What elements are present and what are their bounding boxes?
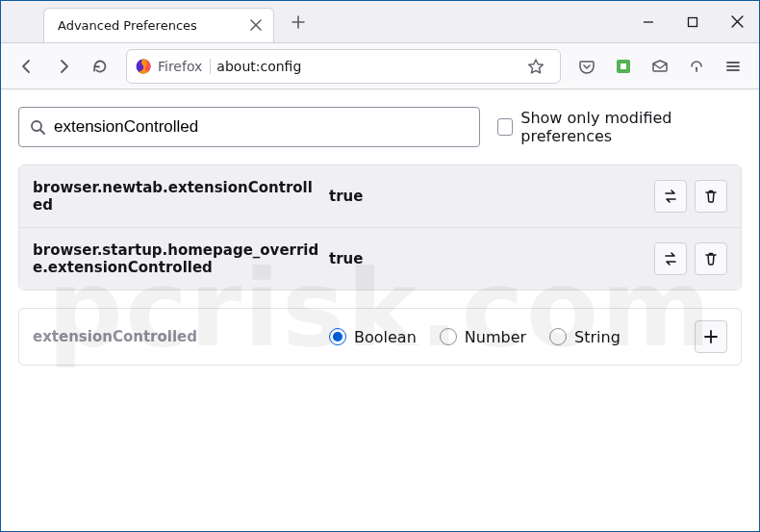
browser-tab[interactable]: Advanced Preferences [43,8,274,42]
address-bar[interactable]: Firefox about:config [126,49,561,84]
new-pref-name: extensionControlled [33,328,321,345]
new-pref-row: extensionControlled Boolean Number Strin… [18,308,742,366]
forward-button[interactable] [47,50,80,83]
svg-rect-0 [689,17,697,26]
radio-icon [549,328,567,345]
toggle-pref-button[interactable] [654,180,687,213]
search-icon [29,118,46,136]
delete-pref-button[interactable] [695,242,727,275]
show-modified-label: Show only modified preferences [520,109,742,145]
pref-name: browser.startup.homepage_override.extens… [33,241,321,276]
shield-icon[interactable] [680,50,713,83]
extension-icon[interactable] [607,50,640,83]
about-config-content: Show only modified preferences browser.n… [1,89,759,366]
type-radio-boolean[interactable]: Boolean [329,328,417,346]
window-controls [626,1,759,43]
delete-pref-button[interactable] [695,180,727,213]
checkbox-icon [497,118,513,136]
bookmark-star-icon[interactable] [519,50,552,83]
close-tab-icon[interactable] [248,17,264,33]
menu-button[interactable] [717,50,749,83]
toggle-pref-button[interactable] [654,242,687,275]
radio-icon [329,328,346,345]
pref-name: browser.newtab.extensionControlled [33,179,321,214]
window-titlebar: Advanced Preferences [1,1,759,43]
window-maximize-button[interactable] [671,1,715,43]
svg-rect-3 [621,63,626,69]
back-button[interactable] [11,50,43,83]
type-radio-number[interactable]: Number [440,328,526,346]
browser-navbar: Firefox about:config [1,43,759,89]
pocket-icon[interactable] [570,50,603,83]
type-label: String [574,328,621,346]
show-modified-toggle[interactable]: Show only modified preferences [497,109,742,145]
type-label: Boolean [354,328,417,346]
inbox-icon[interactable] [644,50,676,83]
firefox-logo-icon [135,58,152,75]
new-tab-button[interactable] [284,8,313,37]
window-minimize-button[interactable] [626,1,671,43]
add-pref-button[interactable] [695,320,727,353]
type-radio-string[interactable]: String [549,328,621,346]
tab-title: Advanced Preferences [58,18,241,33]
type-label: Number [465,328,526,346]
new-pref-type-options: Boolean Number String [329,328,687,346]
pref-value: true [329,250,646,267]
radio-icon [440,328,457,345]
reload-button[interactable] [84,50,116,83]
url-text: about:config [216,59,514,74]
pref-results: browser.newtab.extensionControlled true … [18,165,742,291]
config-search-input[interactable] [54,117,469,137]
pref-row[interactable]: browser.startup.homepage_override.extens… [19,227,741,290]
site-identity: Firefox [158,59,211,74]
config-search-box[interactable] [18,107,480,147]
pref-row[interactable]: browser.newtab.extensionControlled true [19,165,741,227]
window-close-button[interactable] [715,1,759,43]
pref-value: true [329,188,646,205]
